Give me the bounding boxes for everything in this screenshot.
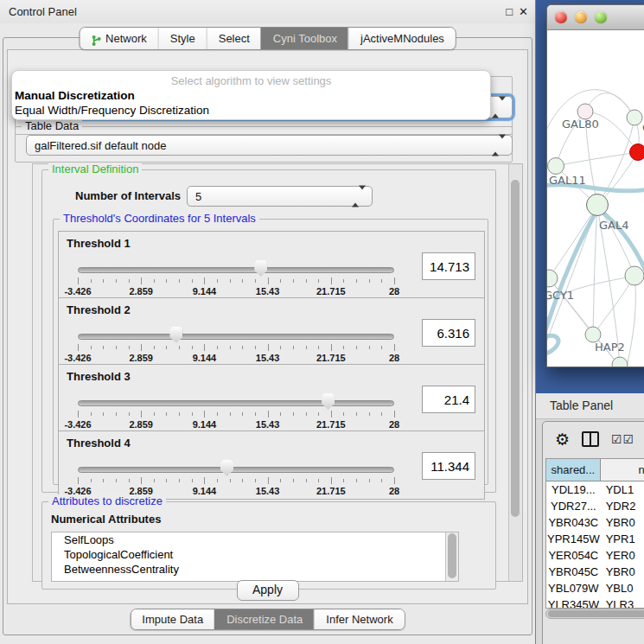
scrollbar-thumb[interactable] <box>511 180 520 517</box>
table-row[interactable]: YLR345WYLR3 <box>546 596 644 609</box>
threshold-4-value-field[interactable]: 11.344 <box>422 452 475 480</box>
tab-style[interactable]: Style <box>158 28 207 49</box>
tab-network[interactable]: Network <box>80 28 158 49</box>
node-table-body: YDL19...YDL1YDR27...YDR2YBR043CYBR0YPR14… <box>546 481 644 609</box>
algorithm-option-manual[interactable]: Manual Discretization <box>15 89 135 102</box>
network-view-window[interactable]: GAL80 GA GAL11 C GAL4 GCY1 H HAP2 <box>546 4 644 367</box>
table-cell[interactable]: YBR045C <box>546 564 601 580</box>
list-item[interactable]: TopologicalCoefficient <box>52 547 458 562</box>
table-cell[interactable]: YBR043C <box>546 514 601 531</box>
mac-zoom-button[interactable] <box>595 11 607 23</box>
table-row[interactable]: YBR043CYBR0 <box>546 514 644 531</box>
tab-infer-network[interactable]: Infer Network <box>314 609 404 629</box>
slider-track[interactable] <box>78 400 394 406</box>
tab-impute-data-label: Impute Data <box>142 609 203 629</box>
node-bottom-partial <box>612 357 628 367</box>
mac-close-button[interactable] <box>555 11 567 23</box>
list-scrollbar[interactable] <box>445 532 458 581</box>
columns-icon[interactable] <box>582 431 599 447</box>
mac-minimize-button[interactable] <box>575 11 587 23</box>
slider-thumb[interactable] <box>220 460 233 476</box>
slider-track[interactable] <box>78 267 394 273</box>
node-label-gal11: GAL11 <box>549 174 586 187</box>
control-panel-title: Control Panel <box>9 0 77 23</box>
network-window-titlebar[interactable] <box>547 5 644 30</box>
threshold-3-value-field[interactable]: 21.4 <box>422 386 475 413</box>
apply-button[interactable]: Apply <box>237 580 299 601</box>
threshold-2-panel: Threshold 2 -3.4262.8599.14415.4321.7152… <box>58 297 485 367</box>
node-gcy1 <box>547 270 558 287</box>
network-canvas[interactable]: GAL80 GA GAL11 C GAL4 GCY1 H HAP2 <box>547 30 644 367</box>
settings-scrollbar[interactable] <box>508 164 522 581</box>
tab-cyni-toolbox[interactable]: Cyni Toolbox <box>261 28 348 49</box>
table-cell[interactable]: YBL079W <box>546 580 601 596</box>
tab-select[interactable]: Select <box>207 28 261 49</box>
slider-thumb[interactable] <box>254 260 267 277</box>
tab-jactivemnodules[interactable]: jActiveMNodules <box>348 28 456 49</box>
column-header-name[interactable]: na <box>601 459 644 481</box>
algorithm-option-equal-width[interactable]: Equal Width/Frequency Discretization <box>15 104 209 117</box>
table-row[interactable]: YDR27...YDR2 <box>546 498 644 514</box>
slider-track[interactable] <box>78 334 394 340</box>
table-data-combobox[interactable]: galFiltered.sif default node <box>26 135 513 156</box>
table-data-legend: Table Data <box>22 119 82 132</box>
table-cell[interactable]: YDR2 <box>601 498 644 514</box>
tab-discretize-data-label: Discretize Data <box>226 609 303 629</box>
list-item[interactable]: BetweennessCentrality <box>52 562 458 577</box>
column-header-shared-name[interactable]: shared... <box>546 459 601 481</box>
table-row[interactable]: YER054CYER0 <box>546 547 644 564</box>
tab-style-label: Style <box>170 29 195 48</box>
scrollbar-thumb[interactable] <box>548 610 644 617</box>
table-horizontal-scrollbar[interactable] <box>545 609 644 619</box>
table-panel-header[interactable]: Table Panel <box>536 393 644 419</box>
slider-ticks <box>78 344 394 352</box>
table-cell[interactable]: YLR345W <box>546 596 601 609</box>
threshold-2-value-field[interactable]: 6.316 <box>422 319 475 347</box>
numerical-attributes-list[interactable]: SelfLoopsTopologicalCoefficientBetweenne… <box>51 532 459 582</box>
numerical-attributes-label: Numerical Attributes <box>51 513 161 526</box>
slider-tick-labels: -3.4262.8599.14415.4321.71528 <box>78 419 394 430</box>
table-cell[interactable]: YER0 <box>601 547 644 564</box>
tab-impute-data[interactable]: Impute Data <box>131 609 214 629</box>
slider-thumb[interactable] <box>322 393 335 410</box>
table-cell[interactable]: YDL19... <box>546 481 601 498</box>
threshold-1-slider[interactable]: -3.4262.8599.14415.4321.71528 <box>78 259 394 297</box>
select-columns-checkboxes-icon[interactable]: ☑☑ <box>611 432 634 446</box>
threshold-4-label: Threshold 4 <box>67 437 131 450</box>
node-gal4 <box>587 194 609 216</box>
table-cell[interactable]: YDL1 <box>601 481 644 498</box>
slider-track[interactable] <box>78 467 394 473</box>
table-cell[interactable]: YBR0 <box>601 514 644 531</box>
table-cell[interactable]: YBL0 <box>601 580 644 596</box>
slider-thumb[interactable] <box>169 327 182 343</box>
table-row[interactable]: YBR045CYBR0 <box>546 564 644 580</box>
list-item[interactable]: SelfLoops <box>52 532 458 547</box>
threshold-1-value-field[interactable]: 14.713 <box>422 252 475 280</box>
close-icon[interactable]: ✕ <box>519 0 528 23</box>
tab-discretize-data[interactable]: Discretize Data <box>214 609 314 629</box>
threshold-3-slider[interactable]: -3.4262.8599.14415.4321.71528 <box>78 392 394 430</box>
bottom-tab-bar: Impute Data Discretize Data Infer Networ… <box>130 609 405 630</box>
threshold-3-panel: Threshold 3 -3.4262.8599.14415.4321.7152… <box>58 364 485 433</box>
table-cell[interactable]: YER054C <box>546 547 601 564</box>
slider-tick-labels: -3.4262.8599.14415.4321.71528 <box>78 353 394 363</box>
float-window-icon[interactable]: □ <box>506 0 513 23</box>
scrollbar-thumb[interactable] <box>448 533 456 578</box>
threshold-2-slider[interactable]: -3.4262.8599.14415.4321.71528 <box>78 326 394 364</box>
gear-icon[interactable]: ⚙ <box>555 431 570 448</box>
table-row[interactable]: YDL19...YDL1 <box>546 481 644 498</box>
table-cell[interactable]: YPR145W <box>546 531 601 547</box>
table-row[interactable]: YPR145WYPR1 <box>546 531 644 547</box>
threshold-2-label: Threshold 2 <box>67 303 131 316</box>
table-row[interactable]: YBL079WYBL0 <box>546 580 644 596</box>
table-cell[interactable]: YLR3 <box>601 596 644 609</box>
node-table[interactable]: shared... na YDL19...YDL1YDR27...YDR2YBR… <box>545 458 644 609</box>
threshold-4-slider[interactable]: -3.4262.8599.14415.4321.71528 <box>78 459 394 497</box>
table-cell[interactable]: YDR27... <box>546 498 601 514</box>
number-of-intervals-combobox[interactable]: 5 <box>187 186 373 207</box>
table-cell[interactable]: YBR0 <box>601 564 644 580</box>
table-cell[interactable]: YPR1 <box>601 531 644 547</box>
thresholds-legend: Threshold's Coordinates for 5 Intervals <box>60 212 259 225</box>
control-panel-titlebar[interactable]: Control Panel □ ✕ <box>0 0 535 23</box>
tab-select-label: Select <box>219 29 250 48</box>
